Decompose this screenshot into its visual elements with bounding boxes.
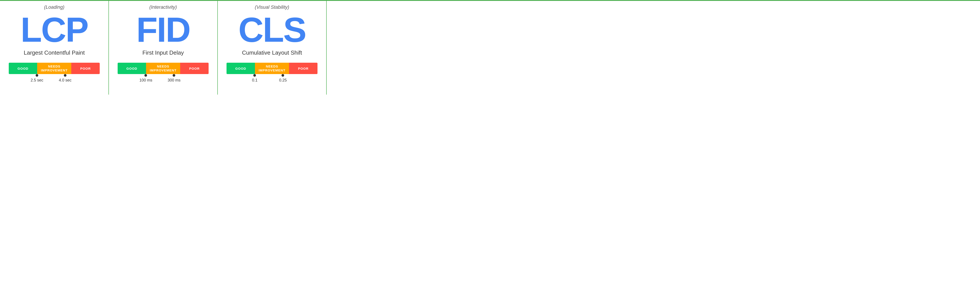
fid-marker-1: 100 ms (139, 74, 152, 83)
cls-marker-1: 0.1 (252, 74, 257, 83)
cls-marker-2-label: 0.25 (279, 78, 286, 83)
fid-subtitle: (Interactivity) (150, 4, 177, 10)
cls-fullname: Cumulative Layout Shift (242, 49, 302, 56)
fid-fullname: First Input Delay (142, 49, 184, 56)
fid-marker-1-dot (145, 74, 147, 77)
fid-panel: (Interactivity) FID First Input Delay GO… (109, 0, 218, 95)
lcp-marker-1: 2.5 sec (30, 74, 43, 83)
lcp-bar-needs: NEEDSIMPROVEMENT (37, 63, 71, 74)
fid-acronym: FID (136, 12, 190, 47)
fid-bar-container: GOOD NEEDSIMPROVEMENT POOR 100 ms 300 ms (118, 63, 208, 83)
cls-bar-poor: POOR (289, 63, 318, 74)
lcp-marker-1-label: 2.5 sec (30, 78, 43, 83)
fid-marker-2: 300 ms (167, 74, 180, 83)
lcp-marker-2-label: 4.0 sec (59, 78, 72, 83)
fid-markers: 100 ms 300 ms (118, 74, 208, 83)
cls-bar-needs: NEEDSIMPROVEMENT (255, 63, 289, 74)
cls-markers: 0.1 0.25 (226, 74, 318, 83)
cls-subtitle: (Visual Stability) (255, 4, 289, 10)
lcp-bar-good: GOOD (9, 63, 37, 74)
lcp-marker-2: 4.0 sec (59, 74, 72, 83)
cls-bar-container: GOOD NEEDSIMPROVEMENT POOR 0.1 0.25 (226, 63, 318, 83)
lcp-marker-1-dot (36, 74, 38, 77)
fid-marker-1-label: 100 ms (139, 78, 152, 83)
cls-bar: GOOD NEEDSIMPROVEMENT POOR (226, 63, 318, 74)
cls-marker-2: 0.25 (279, 74, 286, 83)
lcp-panel: (Loading) LCP Largest Contentful Paint G… (0, 0, 109, 95)
fid-marker-2-dot (173, 74, 175, 77)
fid-marker-2-label: 300 ms (167, 78, 180, 83)
lcp-acronym: LCP (21, 12, 88, 47)
fid-bar-needs: NEEDSIMPROVEMENT (146, 63, 180, 74)
fid-bar: GOOD NEEDSIMPROVEMENT POOR (118, 63, 208, 74)
lcp-bar-poor: POOR (71, 63, 100, 74)
lcp-fullname: Largest Contentful Paint (24, 49, 85, 56)
lcp-subtitle: (Loading) (44, 4, 65, 10)
fid-bar-good: GOOD (118, 63, 146, 74)
cls-panel: (Visual Stability) CLS Cumulative Layout… (218, 0, 327, 95)
lcp-markers: 2.5 sec 4.0 sec (9, 74, 100, 83)
lcp-bar-container: GOOD NEEDSIMPROVEMENT POOR 2.5 sec 4.0 s… (9, 63, 100, 83)
cls-marker-1-label: 0.1 (252, 78, 257, 83)
lcp-marker-2-dot (64, 74, 67, 77)
cls-marker-1-dot (253, 74, 256, 77)
cls-marker-2-dot (282, 74, 284, 77)
lcp-bar: GOOD NEEDSIMPROVEMENT POOR (9, 63, 100, 74)
fid-bar-poor: POOR (180, 63, 208, 74)
cls-acronym: CLS (238, 12, 305, 47)
cls-bar-good: GOOD (226, 63, 255, 74)
